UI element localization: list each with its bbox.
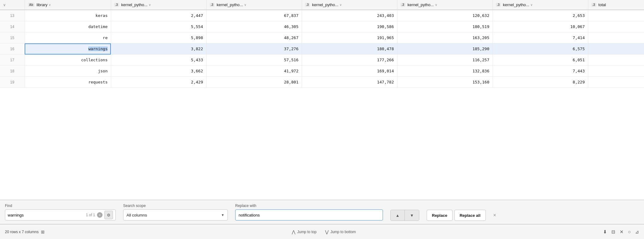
cell-total[interactable] bbox=[588, 77, 644, 88]
table-row[interactable]: 15re5,89848,267191,965163,2057,414 bbox=[0, 32, 644, 43]
replace-all-button[interactable]: Replace all bbox=[454, 210, 486, 221]
col-label-kp4: kernel_pytho... bbox=[408, 2, 434, 7]
table-row[interactable]: 18json3,66241,972169,014132,8367,443 bbox=[0, 66, 644, 77]
cell-kp4[interactable]: 163,205 bbox=[397, 32, 493, 43]
cell-kp2[interactable]: 48,267 bbox=[206, 32, 302, 43]
cell-total[interactable] bbox=[588, 21, 644, 32]
col-header-kp3[interactable]: .3 kernel_pytho... ∨ bbox=[302, 0, 397, 10]
cell-library[interactable]: collections bbox=[25, 55, 111, 66]
sort-icon-kp4: ∨ bbox=[435, 3, 437, 6]
download-icon[interactable]: ⬇ bbox=[603, 229, 607, 235]
table-row[interactable]: 17collections5,43357,516177,266116,2576,… bbox=[0, 55, 644, 66]
clipboard-icon[interactable]: ⊟ bbox=[611, 229, 615, 235]
cell-kp2[interactable]: 41,972 bbox=[206, 66, 302, 77]
cell-kp1[interactable]: 5,898 bbox=[111, 32, 206, 43]
cell-kp5[interactable]: 10,067 bbox=[493, 21, 588, 32]
nav-up-button[interactable]: ▲ bbox=[391, 210, 405, 221]
cell-total[interactable] bbox=[588, 10, 644, 21]
cell-library[interactable]: json bbox=[25, 66, 111, 77]
remove-icon[interactable]: ✕ bbox=[620, 229, 624, 235]
cell-kp3[interactable]: 177,266 bbox=[302, 55, 397, 66]
col-header-kp4[interactable]: .3 kernel_pytho... ∨ bbox=[397, 0, 493, 10]
table-row[interactable]: 13keras2,44767,837243,403120,6322,653 bbox=[0, 10, 644, 21]
cell-kp1[interactable]: 5,433 bbox=[111, 55, 206, 66]
close-findbar-button[interactable]: × bbox=[490, 211, 499, 220]
cell-total[interactable] bbox=[588, 55, 644, 66]
cell-total[interactable] bbox=[588, 43, 644, 55]
cell-kp5[interactable]: 7,443 bbox=[493, 66, 588, 77]
col-type-ab: Ab bbox=[28, 3, 34, 7]
cell-library[interactable]: datetime bbox=[25, 21, 111, 32]
find-count: 1 of 1 bbox=[86, 213, 95, 217]
col-header-total[interactable]: .3 total bbox=[588, 0, 644, 10]
cell-kp1[interactable]: 3,662 bbox=[111, 66, 206, 77]
close-icon: × bbox=[493, 213, 496, 218]
cell-kp2[interactable]: 37,276 bbox=[206, 43, 302, 55]
sort-icon-kp2: ∨ bbox=[244, 3, 246, 6]
cell-kp4[interactable]: 116,257 bbox=[397, 55, 493, 66]
col-header-library[interactable]: Ab library ∨ bbox=[25, 0, 111, 10]
cell-kp5[interactable]: 6,051 bbox=[493, 55, 588, 66]
cell-kp3[interactable]: 169,014 bbox=[302, 66, 397, 77]
col-label-kp3: kernel_pytho... bbox=[312, 2, 338, 7]
cell-library[interactable]: re bbox=[25, 32, 111, 43]
cell-rownum: 15 bbox=[0, 32, 25, 43]
cell-library[interactable]: warnings bbox=[25, 43, 111, 55]
cell-total[interactable] bbox=[588, 32, 644, 43]
find-label: Find bbox=[5, 204, 116, 208]
cell-kp2[interactable]: 67,837 bbox=[206, 10, 302, 21]
col-type-total: .3 bbox=[591, 3, 596, 7]
table-row[interactable]: 19requests2,42928,801147,782153,1608,229 bbox=[0, 77, 644, 88]
sort-icon-library: ∨ bbox=[49, 3, 51, 6]
cell-kp4[interactable]: 185,290 bbox=[397, 43, 493, 55]
status-right: ⬇ ⊟ ✕ ○ ⊿ bbox=[603, 229, 639, 235]
filter-icon[interactable]: ⊿ bbox=[635, 229, 639, 235]
rows-info: 20 rows x 7 columns bbox=[5, 230, 38, 234]
cell-kp1[interactable]: 2,429 bbox=[111, 77, 206, 88]
col-header-kp1[interactable]: .3 kernel_pytho... ∨ bbox=[111, 0, 206, 10]
cell-kp1[interactable]: 3,822 bbox=[111, 43, 206, 55]
table-row[interactable]: 14datetime5,55446,305190,586180,51910,06… bbox=[0, 21, 644, 32]
cell-kp5[interactable]: 7,414 bbox=[493, 32, 588, 43]
col-header-rownum[interactable]: ∨ bbox=[0, 0, 25, 10]
cell-kp4[interactable]: 180,519 bbox=[397, 21, 493, 32]
cell-kp5[interactable]: 6,575 bbox=[493, 43, 588, 55]
cell-kp4[interactable]: 153,160 bbox=[397, 77, 493, 88]
cell-kp2[interactable]: 46,305 bbox=[206, 21, 302, 32]
cell-kp4[interactable]: 120,632 bbox=[397, 10, 493, 21]
cell-rownum: 13 bbox=[0, 10, 25, 21]
chevron-down-icon: ▼ bbox=[221, 213, 224, 217]
cell-kp3[interactable]: 180,478 bbox=[302, 43, 397, 55]
replace-input[interactable] bbox=[239, 213, 380, 217]
col-header-kp2[interactable]: .3 kernel_pytho... ∨ bbox=[206, 0, 302, 10]
cell-kp3[interactable]: 147,782 bbox=[302, 77, 397, 88]
cell-kp2[interactable]: 28,801 bbox=[206, 77, 302, 88]
cell-kp1[interactable]: 2,447 bbox=[111, 10, 206, 21]
jump-to-bottom[interactable]: ⋁ Jump to bottom bbox=[325, 229, 356, 234]
cell-kp4[interactable]: 132,836 bbox=[397, 66, 493, 77]
search-scope-section: Search scope All columns ▼ bbox=[123, 204, 228, 221]
cell-kp3[interactable]: 243,403 bbox=[302, 10, 397, 21]
cell-kp3[interactable]: 190,586 bbox=[302, 21, 397, 32]
scope-select[interactable]: All columns ▼ bbox=[123, 209, 228, 221]
status-center: ⋀ Jump to top ⋁ Jump to bottom bbox=[45, 229, 603, 234]
cell-kp1[interactable]: 5,554 bbox=[111, 21, 206, 32]
jump-to-top[interactable]: ⋀ Jump to top bbox=[292, 229, 316, 234]
cell-kp5[interactable]: 8,229 bbox=[493, 77, 588, 88]
cell-kp3[interactable]: 191,965 bbox=[302, 32, 397, 43]
find-input[interactable] bbox=[8, 213, 84, 217]
cell-kp2[interactable]: 57,516 bbox=[206, 55, 302, 66]
find-options-button[interactable]: ⚙ bbox=[104, 211, 113, 219]
grid-icon: ⊞ bbox=[41, 229, 45, 234]
expand-icon: ∨ bbox=[3, 3, 6, 7]
search-icon[interactable]: ○ bbox=[628, 229, 631, 234]
cell-total[interactable] bbox=[588, 66, 644, 77]
nav-down-button[interactable]: ▼ bbox=[405, 210, 419, 221]
replace-button[interactable]: Replace bbox=[427, 210, 453, 221]
cell-kp5[interactable]: 2,653 bbox=[493, 10, 588, 21]
cell-library[interactable]: requests bbox=[25, 77, 111, 88]
col-header-kp5[interactable]: .3 kernel_pytho... ∨ bbox=[493, 0, 588, 10]
find-clear-button[interactable]: × bbox=[97, 212, 103, 218]
cell-library[interactable]: keras bbox=[25, 10, 111, 21]
table-row[interactable]: 16warnings3,82237,276180,478185,2906,575 bbox=[0, 43, 644, 55]
